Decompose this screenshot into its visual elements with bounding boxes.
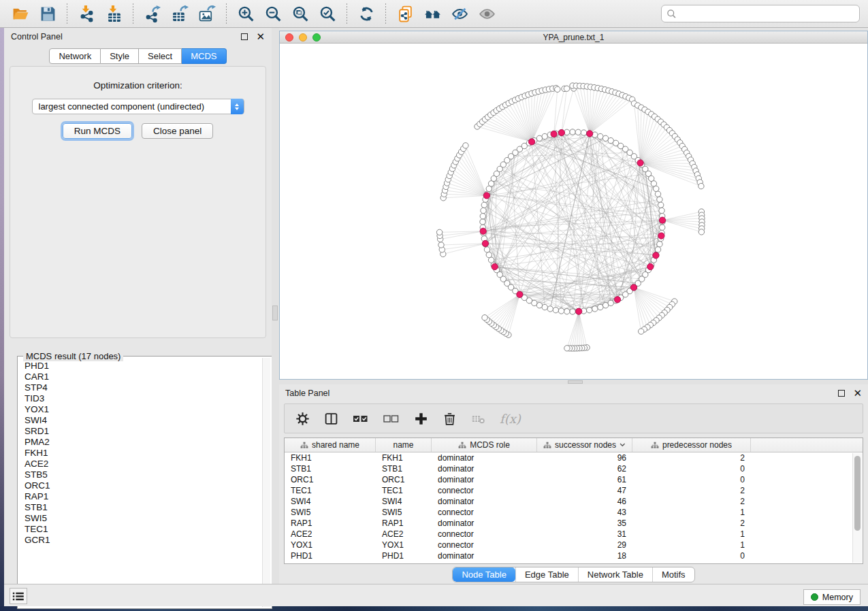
export-network-icon[interactable] bbox=[142, 3, 163, 24]
tab-network[interactable]: Network bbox=[49, 48, 101, 64]
close-panel-icon[interactable]: ✕ bbox=[853, 390, 862, 397]
mcds-result-item[interactable]: CAR1 bbox=[20, 371, 261, 382]
mcds-result-item[interactable]: TID3 bbox=[20, 393, 261, 404]
mcds-node[interactable] bbox=[551, 131, 557, 137]
delete-table-icon[interactable] bbox=[471, 412, 485, 426]
hide-eye-icon[interactable] bbox=[449, 3, 470, 24]
mcds-node[interactable] bbox=[658, 233, 664, 239]
settings-gear-icon[interactable] bbox=[295, 412, 310, 426]
column-header-mcds-role[interactable]: MCDS role bbox=[432, 438, 537, 452]
horizontal-splitter[interactable] bbox=[279, 380, 868, 384]
table-row[interactable]: PHD1PHD1dominator180 bbox=[285, 550, 863, 561]
close-panel-icon[interactable]: ✕ bbox=[256, 33, 265, 40]
select-all-icon[interactable] bbox=[353, 413, 369, 424]
zoom-selected-icon[interactable] bbox=[317, 3, 338, 24]
search-field[interactable] bbox=[661, 5, 860, 22]
tab-mcds[interactable]: MCDS bbox=[182, 48, 226, 64]
mcds-node[interactable] bbox=[587, 131, 593, 137]
mcds-result-item[interactable]: ACE2 bbox=[20, 459, 261, 469]
open-session-icon[interactable] bbox=[10, 3, 31, 24]
column-header-successor-nodes[interactable]: successor nodes bbox=[537, 438, 632, 452]
mcds-result-item[interactable]: YOX1 bbox=[20, 404, 261, 415]
mcds-node[interactable] bbox=[480, 228, 486, 234]
mcds-node[interactable] bbox=[576, 308, 582, 314]
zoom-in-icon[interactable] bbox=[236, 3, 256, 24]
table-row[interactable]: RAP1RAP1dominator352 bbox=[285, 518, 863, 529]
mcds-node[interactable] bbox=[614, 297, 620, 303]
tab-node-table[interactable]: Node Table bbox=[453, 567, 515, 582]
mcds-node[interactable] bbox=[659, 217, 665, 223]
mcds-result-item[interactable]: ORC1 bbox=[20, 480, 261, 491]
mcds-result-item[interactable]: SWI5 bbox=[20, 513, 261, 524]
mcds-result-item[interactable]: STB5 bbox=[20, 469, 261, 480]
float-panel-icon[interactable] bbox=[241, 33, 248, 40]
mcds-node[interactable] bbox=[558, 129, 564, 135]
splitter-handle[interactable] bbox=[568, 380, 583, 384]
task-history-button[interactable] bbox=[10, 588, 27, 604]
mcds-node[interactable] bbox=[637, 160, 643, 166]
table-row[interactable]: ACE2ACE2connector311 bbox=[285, 529, 863, 540]
mcds-result-item[interactable]: STB1 bbox=[20, 502, 261, 513]
zoom-fit-icon[interactable] bbox=[290, 3, 310, 24]
table-scrollbar[interactable] bbox=[852, 453, 862, 563]
mcds-result-item[interactable]: FKH1 bbox=[20, 448, 261, 459]
mcds-node[interactable] bbox=[529, 139, 535, 145]
mcds-result-item[interactable]: GCR1 bbox=[20, 535, 261, 546]
table-row[interactable]: SWI5SWI5connector431 bbox=[285, 507, 863, 518]
table-row[interactable]: STB1STB1dominator620 bbox=[285, 463, 863, 474]
mcds-result-item[interactable]: SRD1 bbox=[20, 426, 261, 437]
mcds-node[interactable] bbox=[482, 240, 488, 246]
deselect-all-icon[interactable] bbox=[383, 413, 400, 424]
run-mcds-button[interactable]: Run MCDS bbox=[63, 123, 132, 139]
mcds-result-item[interactable]: RAP1 bbox=[20, 491, 261, 502]
mcds-list-scrollbar[interactable] bbox=[262, 358, 270, 607]
column-header-name[interactable]: name bbox=[376, 438, 432, 452]
toggle-column-panel-icon[interactable] bbox=[324, 412, 338, 426]
tab-motifs[interactable]: Motifs bbox=[652, 567, 694, 582]
mcds-result-item[interactable]: TEC1 bbox=[20, 524, 261, 535]
table-row[interactable]: FKH1FKH1dominator962 bbox=[285, 452, 863, 463]
import-network-icon[interactable] bbox=[76, 3, 97, 24]
refresh-icon[interactable] bbox=[356, 3, 376, 24]
import-table-icon[interactable] bbox=[103, 3, 124, 24]
vertical-splitter[interactable] bbox=[272, 28, 279, 584]
network-window-titlebar[interactable]: YPA_prune.txt_1 bbox=[280, 31, 867, 44]
table-row[interactable]: YOX1YOX1connector291 bbox=[285, 540, 863, 550]
scrollbar-thumb[interactable] bbox=[854, 456, 861, 531]
float-panel-icon[interactable] bbox=[838, 390, 845, 397]
zoom-out-icon[interactable] bbox=[263, 3, 283, 24]
export-table-icon[interactable] bbox=[170, 3, 190, 24]
tab-network-table[interactable]: Network Table bbox=[578, 567, 652, 582]
network-canvas[interactable] bbox=[280, 44, 867, 379]
mcds-node[interactable] bbox=[630, 284, 637, 291]
close-panel-button[interactable]: Close panel bbox=[142, 123, 213, 139]
search-input[interactable] bbox=[680, 7, 859, 20]
column-header-predecessor-nodes[interactable]: predecessor nodes bbox=[632, 438, 751, 452]
table-row[interactable]: ORC1ORC1dominator610 bbox=[285, 474, 863, 485]
column-header-shared-name[interactable]: shared name bbox=[285, 438, 376, 452]
mcds-node[interactable] bbox=[517, 291, 523, 297]
splitter-handle[interactable] bbox=[272, 306, 278, 320]
memory-button[interactable]: Memory bbox=[803, 589, 861, 605]
table-row[interactable]: SWI4SWI4dominator462 bbox=[285, 496, 863, 507]
save-session-icon[interactable] bbox=[37, 3, 58, 24]
mcds-node[interactable] bbox=[647, 263, 654, 269]
mcds-result-list[interactable]: PHD1CAR1STP4TID3YOX1SWI4SRD1PMA2FKH1ACE2… bbox=[20, 361, 261, 607]
mcds-node[interactable] bbox=[483, 193, 489, 199]
mcds-result-item[interactable]: PMA2 bbox=[20, 437, 261, 448]
criterion-select[interactable]: largest connected component (undirected) bbox=[32, 99, 244, 114]
table-row[interactable]: TEC1TEC1connector472 bbox=[285, 485, 863, 496]
mcds-result-item[interactable]: SWI4 bbox=[20, 415, 261, 426]
clone-network-icon[interactable] bbox=[395, 3, 415, 24]
mcds-node[interactable] bbox=[653, 252, 659, 259]
mcds-node[interactable] bbox=[492, 263, 498, 269]
tab-select[interactable]: Select bbox=[139, 48, 182, 64]
add-column-icon[interactable] bbox=[414, 412, 428, 426]
export-image-icon[interactable] bbox=[197, 3, 217, 24]
delete-column-icon[interactable] bbox=[443, 412, 457, 426]
mcds-result-item[interactable]: PHD1 bbox=[20, 361, 261, 371]
tab-style[interactable]: Style bbox=[101, 48, 139, 64]
mcds-result-item[interactable]: STP4 bbox=[20, 382, 261, 393]
tab-edge-table[interactable]: Edge Table bbox=[515, 567, 578, 582]
home-icon[interactable] bbox=[422, 3, 443, 24]
